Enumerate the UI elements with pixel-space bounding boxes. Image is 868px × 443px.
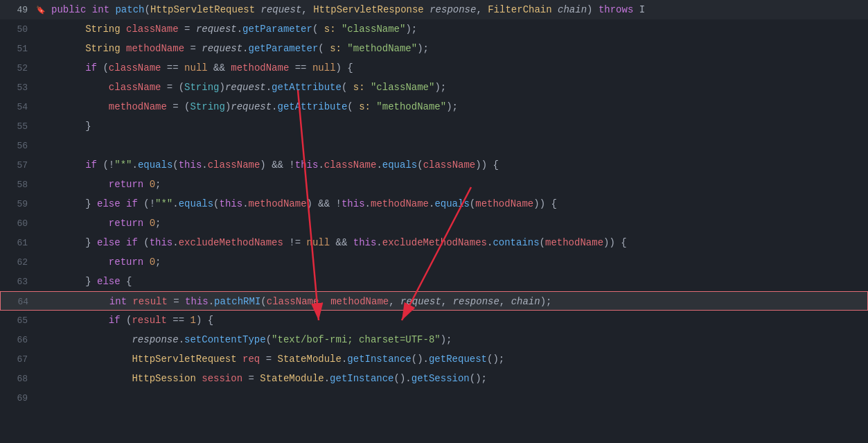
line-content: methodName = (String)request.getAttribut… [36, 97, 868, 116]
line-number: 55 [0, 117, 36, 137]
code-line: 69 [0, 388, 868, 408]
line-number: 66 [0, 331, 36, 350]
line-number: 57 [0, 156, 36, 175]
code-line: 52 if (className == null && methodName =… [0, 58, 868, 78]
code-line: 59 } else if (!"*".equals(this.methodNam… [0, 194, 868, 214]
line-content: HttpSession session = StateModule.getIns… [36, 369, 868, 388]
code-line: 66 response.setContentType("text/bof-rmi… [0, 330, 868, 349]
line-content: } else if (this.excludeMethodNames != nu… [36, 233, 868, 252]
line-number: 67 [0, 350, 36, 370]
code-line: 68 HttpSession session = StateModule.get… [0, 369, 868, 388]
code-line: 60 return 0; [0, 214, 868, 233]
line-content [36, 136, 868, 155]
line-number: 49 [0, 1, 36, 20]
line-content: if (className == null && methodName == n… [36, 58, 868, 78]
line-content: int result = this.patchRMI(className, me… [37, 292, 867, 311]
line-number: 65 [0, 311, 36, 331]
code-line: 54 methodName = (String)request.getAttri… [0, 97, 868, 116]
code-editor: 49🔖public int patch(HttpServletRequest r… [0, 0, 868, 443]
line-content: return 0; [36, 214, 868, 233]
line-content: return 0; [36, 252, 868, 272]
code-line: 64 int result = this.patchRMI(className,… [0, 291, 868, 311]
line-number: 51 [0, 40, 36, 59]
code-line: 65 if (result == 1) { [0, 311, 868, 330]
line-number: 64 [1, 293, 37, 312]
line-content: return 0; [36, 175, 868, 194]
code-line: 63 } else { [0, 272, 868, 291]
code-line: 57 if (!"*".equals(this.className) && !t… [0, 155, 868, 175]
line-number: 69 [0, 389, 36, 408]
line-content: } else if (!"*".equals(this.methodName) … [36, 194, 868, 214]
bookmark-icon: 🔖 [36, 1, 46, 20]
line-number: 63 [0, 272, 36, 292]
code-line: 67 HttpServletRequest req = StateModule.… [0, 349, 868, 369]
code-line: 61 } else if (this.excludeMethodNames !=… [0, 233, 868, 252]
line-content: } else { [36, 272, 868, 291]
line-content: String className = request.getParameter(… [36, 19, 868, 39]
line-content [36, 388, 868, 408]
line-number: 59 [0, 195, 36, 214]
line-number: 68 [0, 370, 36, 389]
line-content: public int patch(HttpServletRequest requ… [48, 0, 868, 19]
code-line: 55 } [0, 116, 868, 136]
line-content: response.setContentType("text/bof-rmi; c… [36, 330, 868, 349]
code-lines: 49🔖public int patch(HttpServletRequest r… [0, 0, 868, 408]
line-content: String methodName = request.getParameter… [36, 39, 868, 58]
line-number: 56 [0, 137, 36, 156]
line-content: HttpServletRequest req = StateModule.get… [36, 349, 868, 369]
line-number: 52 [0, 59, 36, 78]
line-content: className = (String)request.getAttribute… [36, 78, 868, 97]
line-content: if (!"*".equals(this.className) && !this… [36, 155, 868, 175]
line-content: } [36, 116, 868, 136]
line-number: 58 [0, 175, 36, 195]
line-number: 53 [0, 78, 36, 98]
code-line: 56 [0, 136, 868, 155]
code-line: 62 return 0; [0, 252, 868, 272]
line-number: 60 [0, 214, 36, 234]
line-number: 50 [0, 20, 36, 40]
line-number: 62 [0, 253, 36, 272]
code-line: 58 return 0; [0, 175, 868, 194]
code-line: 51 String methodName = request.getParame… [0, 39, 868, 58]
code-line: 53 className = (String)request.getAttrib… [0, 78, 868, 97]
code-line: 50 String className = request.getParamet… [0, 19, 868, 39]
line-number: 61 [0, 234, 36, 253]
line-content: if (result == 1) { [36, 311, 868, 330]
code-line: 49🔖public int patch(HttpServletRequest r… [0, 0, 868, 19]
line-number: 54 [0, 98, 36, 117]
